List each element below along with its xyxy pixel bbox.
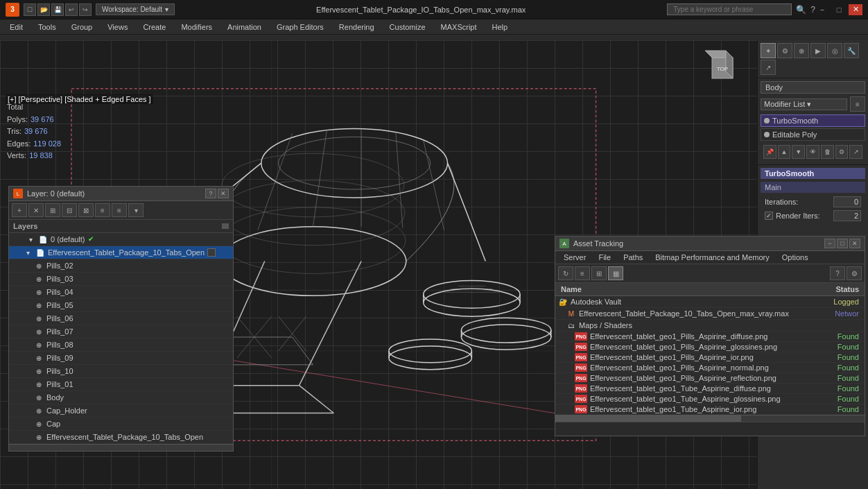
layer-row-cap-holder[interactable]: ⊕ Cap_Holder (9, 404, 233, 418)
asset-list-view-button[interactable]: ≡ (575, 266, 590, 280)
asset-menu-bitmap-perf[interactable]: Bitmap Performance and Memory (650, 252, 774, 262)
mod-pin-icon[interactable]: 📌 (763, 145, 776, 159)
close-button[interactable]: ✕ (849, 4, 862, 15)
menu-modifiers[interactable]: Modifiers (174, 20, 219, 34)
asset-row-png2[interactable]: PNG Effervescent_tablet_geo1_Pills_Aspir… (555, 342, 865, 352)
layers-delete-button[interactable]: ✕ (28, 203, 44, 217)
modify-tab[interactable]: ⚙ (777, 43, 792, 58)
extra-icon[interactable]: ↗ (761, 60, 776, 75)
layer-row-effervescent-sub[interactable]: ⊕ Effervescent_Tablet_Package_10_Tabs_Op… (9, 431, 233, 444)
layers-list[interactable]: ▾ 📄 0 (default) ✔ ▾ 📄 Effervescent_Table… (9, 233, 233, 444)
redo-icon[interactable]: ↪ (79, 3, 92, 16)
menu-group[interactable]: Group (64, 20, 100, 34)
asset-grid-view-button[interactable]: ⊞ (591, 266, 607, 280)
mod-extra-icon[interactable]: ↗ (849, 145, 862, 159)
asset-settings-button[interactable]: ⚙ (847, 266, 862, 280)
asset-minimize-button[interactable]: − (824, 239, 835, 248)
layer-row-main[interactable]: ▾ 📄 Effervescent_Tablet_Package_10_Tabs_… (9, 246, 233, 259)
maximize-button[interactable]: □ (832, 4, 846, 15)
layer-row-body[interactable]: ⊕ Body (9, 391, 233, 404)
asset-menu-options[interactable]: Options (776, 252, 814, 262)
mod-show-icon[interactable]: 👁 (806, 145, 819, 159)
layers-collapse-button[interactable]: ≡ (112, 203, 127, 217)
asset-menu-file[interactable]: File (593, 252, 616, 262)
layer-row-pills01[interactable]: ⊕ Pills_01 (9, 378, 233, 391)
layers-add-button[interactable]: + (12, 203, 27, 217)
menu-maxscript[interactable]: MAXScript (434, 20, 484, 34)
new-file-icon[interactable]: ☐ (24, 3, 36, 16)
layers-options-button[interactable]: ▾ (128, 203, 144, 217)
hierarchy-tab[interactable]: ⊕ (794, 43, 809, 58)
asset-row-png8[interactable]: PNG Effervescent_tablet_geo1_Tube_Aspiri… (555, 404, 865, 415)
asset-row-png4[interactable]: PNG Effervescent_tablet_geo1_Pills_Aspir… (555, 363, 865, 373)
layers-select-button[interactable]: ⊞ (45, 203, 60, 217)
view-cube[interactable]: TOP (702, 47, 743, 89)
save-icon[interactable]: 💾 (51, 3, 64, 16)
asset-horizontal-scrollbar[interactable] (555, 415, 865, 422)
ts-render-cb-icon[interactable] (765, 212, 773, 220)
layer-row-pills09[interactable]: ⊕ Pills_09 (9, 352, 233, 365)
asset-row-maps[interactable]: 🗂 Maps / Shaders (555, 320, 865, 332)
layers-expand-button[interactable]: ≡ (95, 203, 110, 217)
asset-close-button[interactable]: ✕ (849, 239, 860, 248)
search-icon[interactable]: 🔍 (796, 5, 806, 15)
modifier-list-select[interactable]: Modifier List ▾ (761, 98, 847, 110)
asset-row-vault[interactable]: 🔐 Autodesk Vault Logged (555, 296, 865, 308)
asset-row-png3[interactable]: PNG Effervescent_tablet_geo1_Pills_Aspir… (555, 352, 865, 363)
layer-row-cap[interactable]: ⊕ Cap (9, 418, 233, 431)
layer-row-pills10[interactable]: ⊕ Pills_10 (9, 365, 233, 378)
layer-row-pills06[interactable]: ⊕ Pills_06 (9, 312, 233, 325)
mod-delete-icon[interactable]: 🗑 (821, 145, 834, 159)
editable-poly-entry[interactable]: Editable Poly (761, 128, 865, 141)
asset-menu-server[interactable]: Server (558, 252, 591, 262)
layer-row-pills07[interactable]: ⊕ Pills_07 (9, 325, 233, 338)
open-file-icon[interactable]: 📂 (37, 3, 50, 16)
mod-settings-icon[interactable]: ⚙ (835, 145, 849, 159)
layer-row-pills04[interactable]: ⊕ Pills_04 (9, 286, 233, 299)
layer-checkbox-main[interactable] (207, 248, 216, 257)
search-input[interactable] (667, 3, 792, 15)
asset-search-bar[interactable] (555, 422, 865, 436)
menu-animation[interactable]: Animation (220, 20, 268, 34)
utilities-tab[interactable]: 🔧 (844, 43, 859, 58)
ts-render-iters-input[interactable] (833, 210, 861, 221)
motion-tab[interactable]: ▶ (810, 43, 826, 58)
asset-detail-view-button[interactable]: ▦ (608, 266, 623, 280)
ts-iterations-input[interactable] (833, 196, 861, 207)
layers-horizontal-scrollbar[interactable] (9, 444, 233, 451)
menu-graph-editors[interactable]: Graph Editors (270, 20, 331, 34)
asset-row-png1[interactable]: PNG Effervescent_tablet_geo1_Pills_Aspir… (555, 332, 865, 342)
asset-row-png7[interactable]: PNG Effervescent_tablet_geo1_Tube_Aspiri… (555, 394, 865, 404)
asset-search-input[interactable] (559, 424, 860, 432)
layers-help-button[interactable]: ? (205, 189, 216, 198)
layer-row-pills08[interactable]: ⊕ Pills_08 (9, 338, 233, 352)
mod-move-down-icon[interactable]: ▼ (792, 145, 805, 159)
menu-customize[interactable]: Customize (383, 20, 433, 34)
asset-row-png5[interactable]: PNG Effervescent_tablet_geo1_Pills_Aspir… (555, 373, 865, 384)
asset-refresh-button[interactable]: ↻ (558, 266, 573, 280)
turbosmooth-entry[interactable]: TurboSmooth (761, 114, 865, 127)
asset-maximize-button[interactable]: □ (837, 239, 848, 248)
menu-tools[interactable]: Tools (31, 20, 63, 34)
asset-row-max[interactable]: M Effervescent_Tablet_Package_10_Tabs_Op… (555, 308, 865, 320)
menu-create[interactable]: Create (136, 20, 173, 34)
asset-help-button[interactable]: ? (830, 266, 845, 280)
layers-close-button[interactable]: ✕ (218, 189, 229, 198)
create-tab[interactable]: ✦ (761, 43, 776, 58)
display-tab[interactable]: ◎ (827, 43, 842, 58)
layer-row-default[interactable]: ▾ 📄 0 (default) ✔ (9, 233, 233, 246)
layers-flatten-button[interactable]: ⊠ (78, 203, 94, 217)
layers-merge-button[interactable]: ⊟ (62, 203, 77, 217)
menu-rendering[interactable]: Rendering (332, 20, 381, 34)
asset-row-png6[interactable]: PNG Effervescent_tablet_geo1_Tube_Aspiri… (555, 384, 865, 394)
menu-help[interactable]: Help (485, 20, 515, 34)
help-icon[interactable]: ? (810, 5, 815, 15)
modifier-options-icon[interactable]: ≡ (850, 96, 865, 112)
workspace-selector[interactable]: Workspace: Default ▾ (96, 3, 175, 15)
layer-row-pills05[interactable]: ⊕ Pills_05 (9, 299, 233, 312)
layer-row-pills02[interactable]: ⊕ Pills_02 (9, 259, 233, 273)
minimize-button[interactable]: − (815, 4, 829, 15)
asset-menu-paths[interactable]: Paths (618, 252, 648, 262)
mod-move-up-icon[interactable]: ▲ (778, 145, 791, 159)
menu-views[interactable]: Views (101, 20, 134, 34)
